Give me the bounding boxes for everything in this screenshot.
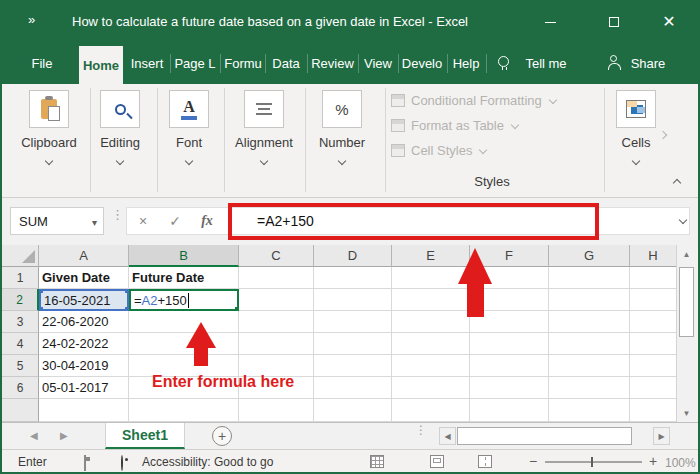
zoom-level[interactable]: 100% bbox=[665, 456, 696, 470]
cell-a6[interactable]: 05-01-2017 bbox=[39, 377, 129, 399]
cell[interactable] bbox=[129, 399, 239, 422]
percent-icon[interactable]: % bbox=[322, 90, 362, 128]
ribbon-group-number[interactable]: % Number bbox=[310, 90, 374, 168]
cell[interactable] bbox=[392, 377, 470, 399]
share-button[interactable]: Share bbox=[627, 42, 669, 84]
cell[interactable] bbox=[129, 311, 239, 333]
select-all-button[interactable] bbox=[2, 245, 39, 267]
zoom-slider-track[interactable] bbox=[545, 461, 642, 463]
cell[interactable] bbox=[314, 333, 392, 355]
cell[interactable] bbox=[314, 355, 392, 377]
conditional-formatting-button[interactable]: Conditional Formatting bbox=[391, 92, 556, 108]
cell[interactable] bbox=[470, 399, 549, 422]
cell[interactable] bbox=[549, 267, 630, 289]
cell[interactable] bbox=[549, 377, 630, 399]
cell[interactable] bbox=[630, 377, 676, 399]
cell-a1[interactable]: Given Date bbox=[39, 267, 129, 289]
fill-handle[interactable] bbox=[234, 306, 239, 311]
chevron-down-icon[interactable] bbox=[632, 157, 640, 165]
tab-formulas[interactable]: Formu bbox=[223, 42, 263, 84]
row-header-7[interactable] bbox=[2, 399, 39, 422]
tab-help[interactable]: Help bbox=[450, 42, 482, 84]
ribbon-group-cells[interactable]: Cells bbox=[612, 90, 660, 168]
sheet-nav-prev-icon[interactable]: ◀ bbox=[30, 430, 38, 441]
horizontal-scroll-thumb[interactable] bbox=[457, 427, 632, 445]
cell[interactable] bbox=[129, 333, 239, 355]
zoom-out-button[interactable]: − bbox=[529, 453, 537, 469]
zoom-in-button[interactable]: + bbox=[649, 453, 657, 469]
cell[interactable] bbox=[314, 399, 392, 422]
ribbon-group-alignment[interactable]: Alignment bbox=[226, 90, 302, 168]
cell[interactable] bbox=[470, 333, 549, 355]
cell[interactable] bbox=[239, 333, 314, 355]
cell[interactable] bbox=[314, 267, 392, 289]
scrollbar-resize-dots[interactable]: ⋮ bbox=[415, 428, 427, 433]
vertical-scrollbar[interactable]: ▲ ▼ bbox=[676, 245, 696, 422]
cell[interactable] bbox=[630, 333, 676, 355]
ribbon-group-editing[interactable]: Editing bbox=[92, 90, 148, 168]
close-button[interactable]: ✕ bbox=[652, 10, 686, 34]
cell-b2-editing[interactable]: =A2+150 bbox=[129, 289, 239, 311]
column-header-h[interactable]: H bbox=[630, 245, 676, 267]
normal-view-icon[interactable] bbox=[370, 455, 384, 468]
row-header-5[interactable]: 5 bbox=[2, 355, 39, 377]
quick-access-overflow-icon[interactable]: » bbox=[28, 12, 34, 27]
scroll-left-icon[interactable]: ◀ bbox=[439, 427, 456, 445]
row-header-3[interactable]: 3 bbox=[2, 311, 39, 333]
column-header-g[interactable]: G bbox=[549, 245, 630, 267]
chevron-down-icon[interactable] bbox=[116, 157, 124, 165]
scroll-up-icon[interactable]: ▲ bbox=[677, 245, 696, 263]
cell[interactable] bbox=[630, 355, 676, 377]
cell[interactable] bbox=[314, 311, 392, 333]
cell-a4[interactable]: 24-02-2022 bbox=[39, 333, 129, 355]
minimize-button[interactable] bbox=[533, 10, 567, 34]
clipboard-icon[interactable] bbox=[29, 90, 69, 128]
cell[interactable] bbox=[239, 289, 314, 311]
cell[interactable] bbox=[549, 311, 630, 333]
cell[interactable] bbox=[314, 289, 392, 311]
cells-icon[interactable] bbox=[616, 90, 656, 128]
row-header-6[interactable]: 6 bbox=[2, 377, 39, 399]
row-header-4[interactable]: 4 bbox=[2, 333, 39, 355]
insert-function-button[interactable]: fx bbox=[191, 213, 223, 229]
sheet-tab-sheet1[interactable]: Sheet1 bbox=[105, 423, 185, 449]
cancel-button[interactable]: × bbox=[127, 213, 159, 229]
sheet-nav-next-icon[interactable]: ▶ bbox=[60, 430, 68, 441]
cell[interactable] bbox=[549, 333, 630, 355]
ribbon-group-font[interactable]: A Font bbox=[163, 90, 215, 168]
page-layout-view-icon[interactable] bbox=[430, 455, 444, 468]
tab-page-layout[interactable]: Page L bbox=[173, 42, 217, 84]
name-box[interactable]: SUM ▾ bbox=[10, 207, 104, 235]
column-header-d[interactable]: D bbox=[314, 245, 392, 267]
tab-review[interactable]: Review bbox=[310, 42, 355, 84]
chevron-down-icon[interactable] bbox=[338, 157, 346, 165]
chevron-down-icon[interactable] bbox=[185, 157, 193, 165]
tab-tell-me[interactable]: Tell me bbox=[522, 42, 570, 84]
cell[interactable] bbox=[630, 267, 676, 289]
chevron-down-icon[interactable]: ▾ bbox=[92, 217, 97, 228]
cell[interactable] bbox=[314, 377, 392, 399]
zoom-slider-thumb[interactable] bbox=[591, 457, 593, 467]
cell[interactable] bbox=[392, 333, 470, 355]
column-header-c[interactable]: C bbox=[239, 245, 314, 267]
maximize-button[interactable] bbox=[597, 10, 631, 34]
cell[interactable] bbox=[630, 289, 676, 311]
cell[interactable] bbox=[549, 399, 630, 422]
cell[interactable] bbox=[239, 311, 314, 333]
column-header-b[interactable]: B bbox=[129, 245, 239, 267]
cell[interactable] bbox=[239, 267, 314, 289]
scroll-right-icon[interactable]: ▶ bbox=[653, 427, 670, 445]
cell[interactable] bbox=[39, 399, 129, 422]
cell[interactable] bbox=[392, 399, 470, 422]
chevron-down-icon[interactable] bbox=[260, 157, 268, 165]
cell-a2-referenced[interactable]: 16-05-2021 bbox=[39, 289, 129, 311]
ribbon-group-clipboard[interactable]: Clipboard bbox=[16, 90, 82, 168]
cell-a3[interactable]: 22-06-2020 bbox=[39, 311, 129, 333]
cell[interactable] bbox=[630, 399, 676, 422]
cell[interactable] bbox=[549, 355, 630, 377]
accessibility-status[interactable]: Accessibility: Good to go bbox=[142, 455, 273, 469]
search-icon[interactable] bbox=[100, 90, 140, 128]
cell[interactable] bbox=[470, 377, 549, 399]
format-as-table-button[interactable]: Format as Table bbox=[391, 117, 518, 133]
cell-b1[interactable]: Future Date bbox=[129, 267, 239, 289]
